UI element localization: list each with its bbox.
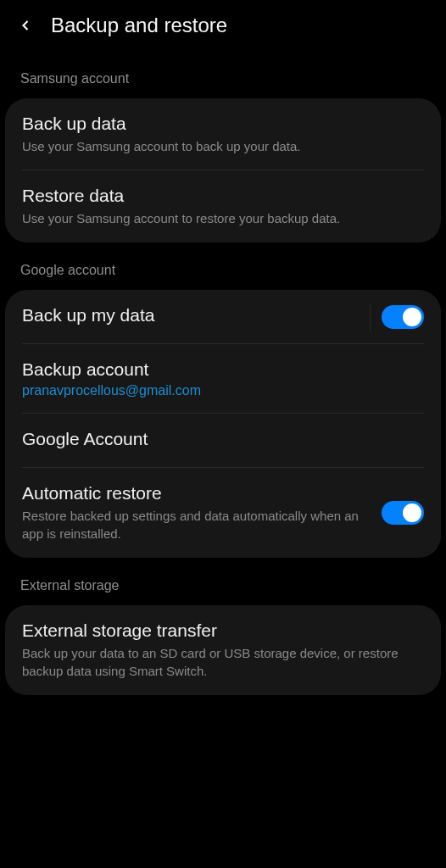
item-link: pranavprocellous@gmail.com bbox=[22, 383, 424, 398]
google-card: Back up my data Backup account pranavpro… bbox=[5, 290, 441, 558]
automatic-restore-item[interactable]: Automatic restore Restore backed up sett… bbox=[5, 468, 441, 558]
item-title: Back up my data bbox=[22, 305, 371, 326]
backup-data-item[interactable]: Back up data Use your Samsung account to… bbox=[5, 98, 441, 170]
back-icon[interactable] bbox=[17, 17, 34, 34]
item-title: Google Account bbox=[22, 429, 424, 449]
item-subtitle: Back up your data to an SD card or USB s… bbox=[22, 644, 424, 680]
header: Backup and restore bbox=[0, 0, 446, 51]
item-subtitle: Use your Samsung account to back up your… bbox=[22, 137, 424, 155]
automatic-restore-toggle[interactable] bbox=[382, 501, 424, 525]
item-subtitle: Restore backed up settings and data auto… bbox=[22, 507, 371, 542]
page-title: Backup and restore bbox=[51, 14, 227, 37]
item-title: Backup account bbox=[22, 359, 424, 380]
item-title: Automatic restore bbox=[22, 483, 371, 504]
item-subtitle: Use your Samsung account to restore your… bbox=[22, 209, 424, 227]
google-account-item[interactable]: Google Account bbox=[5, 414, 441, 468]
section-label-external: External storage bbox=[0, 558, 446, 605]
item-title: Restore data bbox=[22, 186, 424, 206]
backup-my-data-toggle[interactable] bbox=[382, 305, 424, 329]
section-label-google: Google account bbox=[0, 242, 446, 290]
backup-account-item[interactable]: Backup account pranavprocellous@gmail.co… bbox=[5, 344, 441, 414]
backup-my-data-item[interactable]: Back up my data bbox=[5, 290, 441, 344]
item-title: External storage transfer bbox=[22, 620, 424, 641]
external-storage-transfer-item[interactable]: External storage transfer Back up your d… bbox=[5, 605, 441, 695]
samsung-card: Back up data Use your Samsung account to… bbox=[5, 98, 441, 242]
section-label-samsung: Samsung account bbox=[0, 51, 446, 98]
external-card: External storage transfer Back up your d… bbox=[5, 605, 441, 695]
item-title: Back up data bbox=[22, 114, 424, 134]
restore-data-item[interactable]: Restore data Use your Samsung account to… bbox=[5, 170, 441, 242]
